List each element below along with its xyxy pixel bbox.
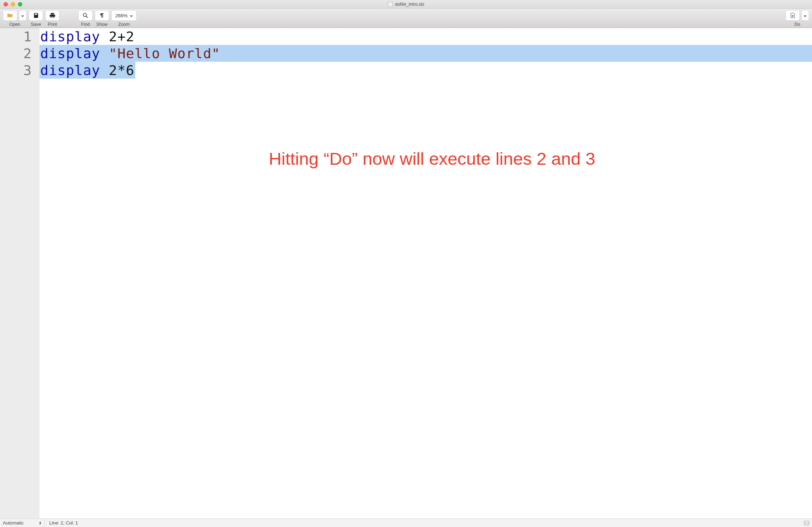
code-editor[interactable]: display 2+2 display "Hello World" displa… (39, 28, 812, 518)
open-button[interactable] (3, 10, 17, 21)
line-number: 1 (0, 28, 32, 45)
run-file-icon (789, 12, 796, 19)
cursor-position: Line: 2, Col: 1 (45, 520, 78, 526)
window: dofile_intro.do Open Save (0, 0, 812, 527)
line-number: 3 (0, 62, 32, 79)
code-line[interactable]: display 2*6 (39, 62, 812, 79)
chevron-down-icon (804, 12, 807, 19)
code-argument: "Hello World" (100, 47, 220, 60)
code-argument: 2*6 (100, 64, 135, 77)
line-number-gutter: 1 2 3 (0, 28, 39, 518)
code-command: display (40, 47, 100, 60)
status-right (804, 521, 812, 525)
print-group: Print (45, 10, 60, 27)
open-dropdown-button[interactable] (19, 10, 27, 21)
close-window-button[interactable] (4, 2, 8, 6)
chevron-down-icon (21, 12, 24, 19)
print-button[interactable] (45, 10, 60, 21)
printer-icon (49, 12, 56, 19)
up-down-icon: ▲▼ (39, 521, 42, 525)
do-dropdown-button[interactable] (801, 10, 809, 21)
toolbar-spacer (139, 10, 783, 27)
file-icon (388, 2, 393, 7)
statusbar: Automatic ▲▼ Line: 2, Col: 1 (0, 518, 812, 527)
find-label: Find (81, 22, 90, 27)
maximize-window-button[interactable] (18, 2, 22, 6)
show-group: Show (95, 10, 109, 27)
window-title: dofile_intro.do (395, 1, 424, 7)
syntax-mode-selector[interactable]: Automatic ▲▼ (0, 519, 45, 527)
save-button[interactable] (29, 10, 43, 21)
folder-open-icon (7, 12, 13, 19)
zoom-label: Zoom (118, 22, 130, 27)
open-group: Open (3, 10, 27, 27)
do-button[interactable] (785, 10, 800, 21)
code-line[interactable]: display 2+2 (39, 28, 812, 45)
annotation-text: Hitting “Do” now will execute lines 2 an… (59, 150, 805, 168)
do-group: Do (785, 10, 809, 27)
toolbar: Open Save Print (0, 9, 812, 28)
zoom-selector[interactable]: 266% (111, 10, 137, 21)
find-group: Find (78, 10, 93, 27)
search-icon (82, 12, 89, 19)
zoom-group: 266% Zoom (111, 10, 137, 27)
code-command: display (40, 30, 100, 43)
save-label: Save (31, 22, 41, 27)
syntax-mode-value: Automatic (3, 520, 24, 526)
traffic-lights (0, 2, 22, 6)
chevron-down-icon (130, 13, 133, 18)
do-label: Do (794, 22, 800, 27)
code-line[interactable]: display "Hello World" (39, 45, 812, 62)
code-argument: 2+2 (100, 30, 135, 43)
open-label: Open (9, 22, 20, 27)
svg-point-0 (83, 13, 87, 17)
minimize-window-button[interactable] (11, 2, 15, 6)
split-view-icon[interactable] (804, 521, 809, 525)
titlebar[interactable]: dofile_intro.do (0, 0, 812, 9)
titlebar-title: dofile_intro.do (0, 1, 812, 7)
zoom-value: 266% (115, 13, 128, 18)
editor-area: 1 2 3 display 2+2 display "Hello World" … (0, 28, 812, 518)
print-label: Print (48, 22, 57, 27)
toolbar-separator (62, 10, 76, 27)
find-button[interactable] (78, 10, 93, 21)
code-command: display (40, 64, 100, 77)
svg-line-1 (86, 16, 88, 18)
save-icon (33, 12, 39, 19)
show-button[interactable] (95, 10, 109, 21)
show-label: Show (96, 22, 107, 27)
save-group: Save (29, 10, 43, 27)
pilcrow-icon (99, 12, 105, 19)
line-number: 2 (0, 45, 32, 62)
